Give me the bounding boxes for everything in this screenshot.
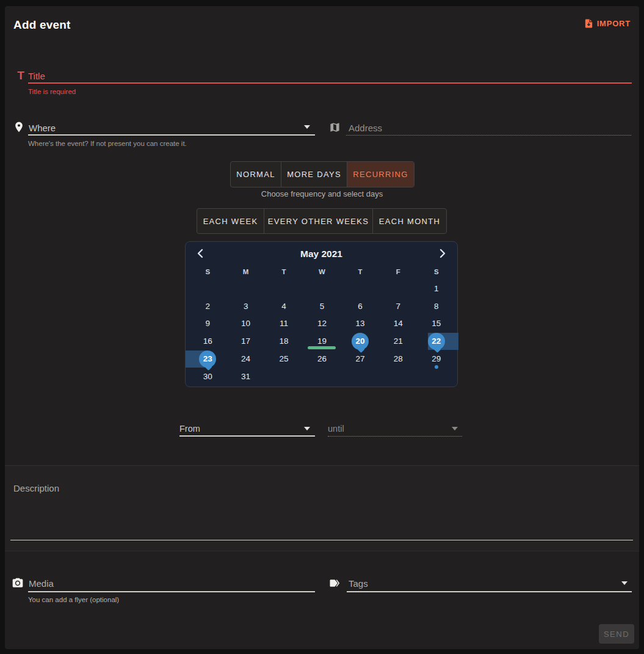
calendar-day[interactable]: 25: [265, 350, 303, 368]
media-input[interactable]: Media: [29, 578, 54, 589]
where-select[interactable]: Where: [29, 123, 56, 133]
calendar-day[interactable]: 13: [341, 315, 379, 333]
add-event-card: Add event IMPORT T Title Title is requir…: [5, 6, 639, 649]
day-number: 9: [205, 319, 210, 328]
calendar-day[interactable]: 20: [341, 332, 379, 350]
description-textarea[interactable]: Description: [13, 483, 59, 493]
day-number: 21: [394, 336, 403, 346]
calendar-day[interactable]: 6: [341, 297, 379, 315]
weekday-label: F: [379, 265, 417, 278]
calendar-day[interactable]: 31: [226, 368, 264, 385]
weekday-label: S: [418, 265, 455, 278]
day-number: 8: [434, 302, 439, 311]
day-number: 17: [241, 336, 250, 346]
calendar-day[interactable]: 21: [379, 332, 417, 350]
where-caret-icon[interactable]: [304, 125, 310, 129]
until-time-select[interactable]: until: [328, 424, 344, 434]
tab-more-days[interactable]: MORE DAYS: [281, 162, 347, 187]
calendar-day[interactable]: 22: [418, 332, 455, 350]
day-number: 11: [280, 319, 288, 328]
import-file-icon: [584, 18, 594, 29]
calendar-day[interactable]: 29: [418, 350, 455, 368]
weekday-label: M: [226, 265, 264, 278]
weekday-label: W: [303, 265, 341, 278]
description-section: [5, 465, 639, 551]
calendar-day[interactable]: 2: [189, 297, 226, 315]
weekday-label: S: [189, 265, 226, 278]
tags-caret-icon[interactable]: [621, 581, 628, 585]
day-number: 31: [241, 372, 250, 381]
day-number: 28: [394, 354, 403, 363]
calendar-day[interactable]: 3: [226, 297, 264, 315]
calendar-empty-cell: [341, 280, 379, 297]
day-number: 6: [358, 302, 363, 311]
calendar-empty-cell: [303, 368, 341, 385]
day-number: 29: [432, 354, 441, 363]
day-number: 12: [317, 319, 327, 328]
day-number: 24: [241, 354, 250, 363]
calendar-day[interactable]: 17: [226, 332, 264, 350]
calendar-day[interactable]: 23: [189, 350, 226, 368]
weekday-label: T: [341, 265, 379, 278]
calendar-empty-cell: [265, 280, 303, 297]
media-helper: You can add a flyer (optional): [28, 596, 119, 603]
tab-each-month[interactable]: EACH MONTH: [373, 209, 446, 233]
event-dot-marker: [435, 365, 438, 369]
day-number: 5: [320, 302, 325, 311]
import-label: IMPORT: [597, 19, 631, 28]
from-underline: [179, 435, 315, 437]
calendar-empty-cell: [418, 368, 455, 385]
calendar-day[interactable]: 15: [418, 315, 455, 333]
tags-icon: [328, 577, 341, 592]
calendar-empty-cell: [226, 280, 264, 297]
tags-select[interactable]: Tags: [349, 578, 368, 589]
tab-normal[interactable]: NORMAL: [231, 162, 281, 187]
day-number: 25: [280, 354, 289, 363]
frequency-toggle-group: EACH WEEK EVERY OTHER WEEKS EACH MONTH: [197, 208, 447, 234]
description-underline: [10, 540, 633, 540]
day-number: 27: [355, 354, 364, 363]
map-icon: [329, 122, 341, 136]
title-error: Title is required: [28, 88, 76, 95]
calendar-empty-cell: [303, 280, 341, 297]
page-title: Add event: [13, 18, 71, 32]
calendar-day[interactable]: 27: [341, 350, 379, 368]
title-icon: T: [13, 69, 28, 82]
calendar-day[interactable]: 1: [418, 280, 455, 297]
day-number: 18: [280, 336, 289, 346]
calendar-day[interactable]: 28: [379, 350, 417, 368]
from-caret-icon[interactable]: [304, 427, 310, 431]
send-button[interactable]: SEND: [599, 624, 634, 644]
until-caret-icon: [452, 427, 458, 431]
day-number: 1: [434, 284, 439, 293]
calendar-day[interactable]: 24: [226, 350, 264, 368]
tab-every-other-weeks[interactable]: EVERY OTHER WEEKS: [264, 209, 373, 233]
calendar-day[interactable]: 4: [265, 297, 303, 315]
address-input[interactable]: Address: [349, 123, 382, 133]
calendar-day[interactable]: 10: [226, 315, 264, 333]
where-helper: Where's the event? If not present you ca…: [28, 140, 187, 147]
calendar-day[interactable]: 26: [303, 350, 341, 368]
calendar-day[interactable]: 18: [265, 332, 303, 350]
green-underline-marker: [308, 346, 336, 349]
import-button[interactable]: IMPORT: [584, 18, 631, 29]
calendar-day[interactable]: 19: [303, 332, 341, 350]
calendar-day[interactable]: 5: [303, 297, 341, 315]
calendar-next-button[interactable]: [435, 246, 450, 261]
calendar-day[interactable]: 16: [189, 332, 226, 350]
tags-underline: [347, 591, 632, 592]
tab-each-week[interactable]: EACH WEEK: [197, 209, 264, 233]
calendar-day[interactable]: 7: [379, 297, 417, 315]
until-underline: [328, 436, 462, 437]
calendar-day[interactable]: 9: [189, 315, 226, 333]
calendar-day[interactable]: 12: [303, 315, 341, 333]
calendar-day[interactable]: 11: [265, 315, 303, 333]
from-time-select[interactable]: From: [179, 424, 200, 434]
calendar-day[interactable]: 8: [418, 297, 455, 315]
title-input[interactable]: Title: [28, 71, 45, 81]
calendar-day[interactable]: 14: [379, 315, 417, 333]
day-number: 13: [355, 319, 364, 328]
calendar-day-grid: 1 2 3 4 5 6 7 8 9 10 11 12 13 14 15 16 1…: [189, 280, 455, 385]
calendar-weekday-row: S M T W T F S: [189, 265, 455, 278]
tab-recurring[interactable]: RECURRING: [347, 162, 414, 187]
